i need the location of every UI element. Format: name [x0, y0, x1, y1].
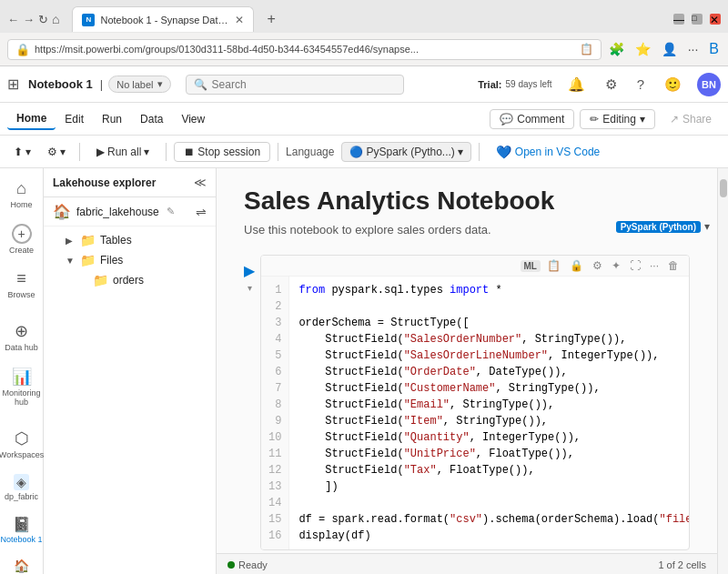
editing-chevron-icon: ▾ [640, 113, 645, 126]
lakehouse-swap-icon[interactable]: ⇌ [196, 205, 207, 219]
new-tab-button[interactable]: + [263, 11, 278, 27]
home-btn[interactable]: ⌂ [52, 12, 59, 26]
browser-icons: 🧩 ⭐ 👤 ··· B [607, 39, 721, 59]
editing-button[interactable]: ✏ Editing ▾ [580, 109, 655, 129]
scrollbar[interactable] [717, 168, 728, 574]
profile-btn[interactable]: 👤 [660, 40, 679, 58]
menu-home[interactable]: Home [7, 108, 56, 130]
user-avatar[interactable]: BN [697, 73, 721, 96]
save-icon: ⬆ [14, 146, 23, 158]
sidebar-item-datahub[interactable]: ⊕ Data hub [0, 314, 43, 359]
create-icon: + [12, 224, 32, 244]
sidebar-item-dp-fabric[interactable]: ◈ dp_fabric [0, 467, 43, 509]
label-badge[interactable]: No label ▾ [108, 76, 170, 93]
close-window-button[interactable]: ✕ [710, 14, 721, 25]
editing-label: Editing [602, 113, 636, 126]
browser-tab[interactable]: N Notebook 1 - Synapse Data Eng... ✕ [72, 6, 254, 32]
more-btn[interactable]: ··· [686, 40, 701, 58]
sidebar-item-monitoring[interactable]: 📊 Monitoring hub [0, 359, 43, 414]
toolbar-settings-button[interactable]: ⚙ ▾ [41, 143, 72, 161]
sidebar-item-lakehouse[interactable]: 🏠 fabric_lakeh ouse [0, 551, 43, 574]
search-input[interactable] [212, 78, 396, 91]
maximize-button[interactable]: □ [692, 14, 703, 25]
notification-btn[interactable]: 🔔 [563, 75, 590, 95]
run-all-label: Run all [107, 146, 141, 158]
tab-close[interactable]: ✕ [235, 14, 244, 26]
copilot-btn[interactable]: B [707, 39, 721, 59]
cell-delete-btn[interactable]: 🗑 [665, 257, 682, 274]
run-all-dropdown-icon: ▾ [144, 146, 149, 158]
tree-node-tables[interactable]: ▶ 📁 Tables [44, 230, 216, 250]
cell-run-button[interactable]: ▶ [244, 262, 255, 279]
feedback-btn[interactable]: 🙂 [660, 75, 686, 95]
menu-view[interactable]: View [172, 109, 214, 129]
sidebar-item-create[interactable]: + Create [0, 217, 43, 262]
search-box[interactable]: 🔍 [186, 75, 404, 95]
explorer-header-icons: ≪ [194, 176, 207, 189]
status-dot [228, 561, 235, 569]
url-text: https://msit.powerbi.com/groups/0130d311… [35, 44, 574, 55]
app-grid-icon[interactable]: ⊞ [7, 76, 19, 93]
explorer-tree: ▶ 📁 Tables ▼ 📁 Files 📁 orders [44, 227, 216, 574]
explorer-title: Lakehouse explorer [53, 176, 156, 189]
lang-value: PySpark (Pytho...) [366, 146, 454, 158]
cell-copy-btn[interactable]: 📋 [544, 257, 563, 274]
settings-btn[interactable]: ⚙ [601, 75, 622, 95]
sidebar-item-home[interactable]: ⌂ Home [0, 172, 43, 217]
code-line-11: StructField("UnitPrice", FloatType()), [298, 446, 680, 462]
save-button[interactable]: ⬆ ▾ [7, 143, 37, 161]
stop-session-button[interactable]: ⏹ Stop session [174, 142, 270, 162]
comment-label: Comment [517, 113, 564, 126]
cell-lang-badge: PySpark (Python) ▾ [616, 220, 710, 233]
vs-code-label: Open in VS Code [515, 146, 600, 158]
menu-run[interactable]: Run [93, 109, 131, 129]
pyspark-dropdown-icon[interactable]: ▾ [704, 220, 710, 233]
explorer-collapse-btn[interactable]: ≪ [194, 176, 207, 189]
favorites-btn[interactable]: ⭐ [633, 40, 652, 58]
sidebar-label-monitoring: Monitoring hub [0, 388, 43, 407]
lakehouse-sidebar-icon: 🏠 [14, 559, 29, 573]
cell-settings-btn[interactable]: ⚙ [590, 257, 605, 274]
cell-add-btn[interactable]: ✦ [609, 257, 623, 274]
code-content[interactable]: from pyspark.sql.types import * orderSch… [289, 277, 689, 549]
tree-node-files[interactable]: ▼ 📁 Files [44, 250, 216, 270]
back-btn[interactable]: ← [7, 13, 19, 26]
share-button[interactable]: ↗ Share [661, 110, 721, 128]
copy-url-icon[interactable]: 📋 [580, 43, 593, 55]
tree-node-orders[interactable]: 📁 orders [44, 270, 216, 290]
cell-screen-btn[interactable]: ⛶ [627, 257, 643, 274]
browser-chrome: ← → ↻ ⌂ N Notebook 1 - Synapse Data Eng.… [0, 0, 728, 66]
scrollbar-thumb[interactable] [720, 179, 727, 197]
cell-run-expand-icon[interactable]: ▾ [248, 283, 252, 293]
code-line-7: StructField("CustomerName", StringType()… [298, 380, 680, 397]
workspaces-icon: ⬡ [15, 428, 29, 448]
code-cell[interactable]: ML 📋 🔒 ⚙ ✦ ⛶ ··· 🗑 12345 6 [260, 255, 690, 550]
sidebar-item-browse[interactable]: ≡ Browse [0, 262, 43, 307]
menu-data[interactable]: Data [131, 109, 172, 129]
sidebar-item-workspaces[interactable]: ⬡ Workspaces [0, 421, 43, 467]
sidebar-item-notebook[interactable]: 📓 Notebook 1 [0, 509, 43, 551]
save-dropdown-icon: ▾ [25, 146, 31, 158]
run-all-button[interactable]: ▶ Run all ▾ [87, 143, 158, 161]
forward-btn[interactable]: → [23, 13, 35, 26]
language-selector[interactable]: 🔵 PySpark (Pytho...) ▾ [341, 142, 470, 162]
address-bar[interactable]: 🔒 https://msit.powerbi.com/groups/0130d3… [7, 39, 602, 60]
refresh-btn[interactable]: ↻ [38, 13, 48, 26]
help-btn[interactable]: ? [632, 75, 649, 94]
cell-more-btn[interactable]: ··· [647, 257, 662, 274]
minimize-button[interactable]: — [673, 14, 684, 25]
menu-edit[interactable]: Edit [56, 109, 93, 129]
extensions-btn[interactable]: 🧩 [607, 40, 626, 58]
comment-button[interactable]: 💬 Comment [490, 109, 574, 129]
pyspark-badge: PySpark (Python) [616, 221, 701, 233]
cell-lock-btn[interactable]: 🔒 [567, 257, 586, 274]
code-area: 12345 678910 111213141516 from pyspark.s… [261, 277, 689, 549]
notebook-area: Sales Analytics Notebook Use this notebo… [217, 168, 717, 574]
notebook-icon: 📓 [13, 516, 31, 533]
datahub-icon: ⊕ [15, 321, 28, 341]
menu-bar: Home Edit Run Data View 💬 Comment ✏ Edit… [0, 103, 728, 136]
lakehouse-edit-icon[interactable]: ✎ [167, 206, 175, 217]
open-in-vs-code-button[interactable]: 💙 Open in VS Code [487, 142, 609, 162]
sidebar-label-dp-fabric: dp_fabric [5, 492, 38, 501]
label-chevron-icon: ▾ [157, 78, 163, 90]
